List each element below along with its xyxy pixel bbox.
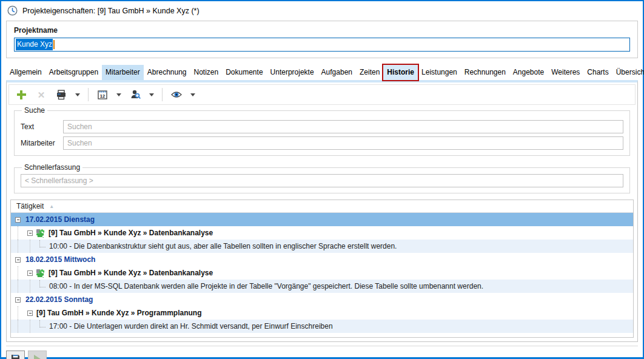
calendar-dropdown-icon[interactable] bbox=[116, 93, 121, 96]
row-label: 22.02.2015 Sonntag bbox=[25, 295, 93, 304]
row-label: [9] Tau GmbH » Kunde Xyz » Datenbankanal… bbox=[49, 229, 213, 237]
search-group-legend: Suche bbox=[22, 106, 47, 115]
tab-leistungen[interactable]: Leistungen bbox=[418, 65, 461, 80]
calendar-icon[interactable]: 12 bbox=[96, 89, 109, 101]
delete-icon[interactable]: ✕ bbox=[35, 89, 47, 101]
footer-toolbar bbox=[6, 346, 638, 359]
text-caret bbox=[53, 40, 55, 49]
tree-indent-guide bbox=[15, 226, 27, 240]
search-employee-input[interactable] bbox=[63, 136, 623, 150]
history-toolbar: ✕ 12 bbox=[8, 84, 636, 105]
tab-bar: AllgemeinArbeitsgruppenMitarbeiterAbrech… bbox=[6, 65, 638, 80]
tab-mitarbeiter[interactable]: Mitarbeiter bbox=[102, 65, 144, 80]
tab-allgemein[interactable]: Allgemein bbox=[6, 65, 45, 80]
history-project-row[interactable]: [9] Tau GmbH » Kunde Xyz » Datenbankanal… bbox=[11, 266, 633, 280]
tab-unterprojekte[interactable]: Unterprojekte bbox=[267, 65, 318, 80]
history-entry-row[interactable]: 10:00 - Die Datenbankstruktur sieht gut … bbox=[11, 240, 633, 253]
toolbar-separator bbox=[88, 88, 89, 101]
tree-indent-guide bbox=[15, 306, 27, 320]
save-floppy-icon[interactable] bbox=[6, 351, 25, 359]
search-text-input[interactable] bbox=[63, 120, 623, 133]
history-entry-row[interactable]: 17:00 - Die Unterlagen wurden direkt an … bbox=[11, 320, 633, 333]
quick-entry-input[interactable] bbox=[21, 174, 623, 187]
row-label: 08:00 - In der MS-SQL Datenbank werden a… bbox=[49, 282, 483, 290]
add-icon[interactable] bbox=[15, 89, 27, 101]
tab-rechnungen[interactable]: Rechnungen bbox=[461, 65, 509, 80]
tab-historie[interactable]: Historie bbox=[383, 65, 418, 80]
window-title: Projekteigenschaften: [9] Tau GmbH » Kun… bbox=[22, 7, 200, 15]
view-dropdown-icon[interactable] bbox=[190, 93, 195, 96]
print-dropdown-icon[interactable] bbox=[75, 93, 80, 96]
tree-expander[interactable] bbox=[27, 310, 33, 316]
sort-ascending-icon: ▲ bbox=[49, 204, 54, 209]
tab-charts[interactable]: Charts bbox=[583, 65, 612, 80]
print-icon[interactable] bbox=[55, 89, 67, 101]
project-name-label: Projektname bbox=[14, 26, 630, 35]
history-entry-row[interactable]: 08:00 - In der MS-SQL Datenbank werden a… bbox=[11, 280, 633, 293]
title-bar: Projekteigenschaften: [9] Tau GmbH » Kun… bbox=[1, 1, 643, 18]
tab-übersicht[interactable]: Übersicht bbox=[612, 65, 644, 80]
row-label: 17:00 - Die Unterlagen wurden direkt an … bbox=[49, 322, 333, 330]
quick-entry-legend: Schnellerfassung bbox=[22, 163, 82, 172]
row-label: [9] Tau GmbH » Kunde Xyz » Programmplanu… bbox=[36, 309, 201, 317]
tree-expander[interactable] bbox=[15, 217, 21, 223]
tree-branch-connector bbox=[39, 320, 45, 327]
employee-dropdown-icon[interactable] bbox=[149, 93, 154, 96]
tree-branch-connector bbox=[39, 240, 45, 247]
play-icon[interactable] bbox=[28, 351, 47, 359]
column-header-taetigkeit[interactable]: Tätigkeit ▲ bbox=[11, 200, 633, 213]
tree-expander[interactable] bbox=[15, 257, 21, 263]
search-employee-label: Mitarbeiter bbox=[21, 139, 63, 147]
row-label: 18.02.2015 Mittwoch bbox=[25, 255, 95, 264]
row-label: 17.02.2015 Dienstag bbox=[25, 215, 95, 224]
clock-icon bbox=[7, 5, 18, 16]
view-eye-icon[interactable] bbox=[170, 89, 183, 101]
historie-tab-page: ✕ 12 bbox=[6, 80, 638, 342]
tab-angebote[interactable]: Angebote bbox=[509, 65, 548, 80]
search-group: Suche Text Mitarbeiter bbox=[14, 106, 630, 156]
history-tree: Tätigkeit ▲ 17.02.2015 Dienstag [9] Tau … bbox=[10, 200, 634, 338]
tab-dokumente[interactable]: Dokumente bbox=[222, 65, 266, 80]
tree-expander[interactable] bbox=[27, 270, 33, 276]
project-name-panel: Projektname Kunde Xyz bbox=[6, 21, 638, 58]
search-text-label: Text bbox=[21, 122, 63, 131]
history-tree-body: 17.02.2015 Dienstag [9] Tau GmbH » Kunde… bbox=[11, 213, 633, 333]
history-date-row[interactable]: 17.02.2015 Dienstag bbox=[11, 213, 633, 226]
tree-indent-guide bbox=[15, 320, 27, 333]
tree-branch-connector bbox=[39, 280, 45, 287]
toolbar-separator bbox=[162, 88, 163, 101]
row-label: [9] Tau GmbH » Kunde Xyz » Datenbankanal… bbox=[49, 269, 213, 277]
tree-indent-guide bbox=[27, 280, 39, 293]
tree-indent-guide bbox=[15, 280, 27, 293]
svg-text:12: 12 bbox=[100, 93, 105, 99]
history-date-row[interactable]: 22.02.2015 Sonntag bbox=[11, 293, 633, 306]
tab-zeiten[interactable]: Zeiten bbox=[356, 65, 383, 80]
history-date-row[interactable]: 18.02.2015 Mittwoch bbox=[11, 253, 633, 266]
tree-indent-guide bbox=[15, 240, 27, 253]
tree-indent-guide bbox=[15, 266, 27, 280]
history-project-row[interactable]: [9] Tau GmbH » Kunde Xyz » Datenbankanal… bbox=[11, 226, 633, 240]
tab-aufgaben[interactable]: Aufgaben bbox=[318, 65, 356, 80]
row-label: 10:00 - Die Datenbankstruktur sieht gut … bbox=[49, 242, 397, 250]
tree-expander[interactable] bbox=[15, 297, 21, 303]
tab-abrechnung[interactable]: Abrechnung bbox=[144, 65, 190, 80]
tab-notizen[interactable]: Notizen bbox=[190, 65, 223, 80]
project-puzzle-icon bbox=[33, 229, 45, 238]
project-name-input[interactable]: Kunde Xyz bbox=[14, 38, 630, 52]
employee-search-icon[interactable] bbox=[129, 89, 141, 101]
project-properties-window: Projekteigenschaften: [9] Tau GmbH » Kun… bbox=[0, 0, 644, 359]
tree-expander[interactable] bbox=[27, 230, 33, 236]
quick-entry-group: Schnellerfassung bbox=[14, 163, 630, 193]
tree-indent-guide bbox=[27, 320, 39, 333]
tab-arbeitsgruppen[interactable]: Arbeitsgruppen bbox=[45, 65, 102, 80]
history-project-row[interactable]: [9] Tau GmbH » Kunde Xyz » Programmplanu… bbox=[11, 306, 633, 320]
tab-weiteres[interactable]: Weiteres bbox=[548, 65, 583, 80]
tree-indent-guide bbox=[27, 240, 39, 253]
project-name-value: Kunde Xyz bbox=[16, 39, 53, 50]
project-puzzle-icon bbox=[33, 269, 45, 278]
